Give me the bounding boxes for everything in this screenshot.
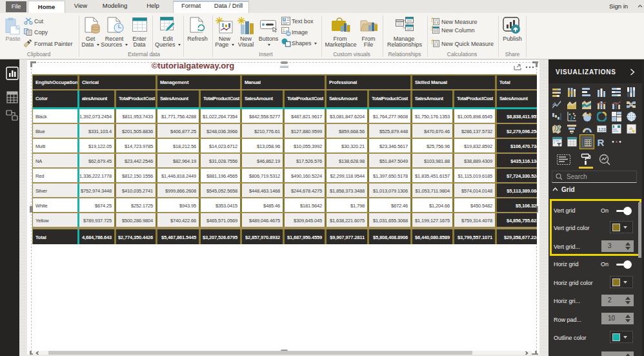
svg-text:R: R [598, 137, 605, 147]
svg-text:123: 123 [598, 127, 606, 132]
